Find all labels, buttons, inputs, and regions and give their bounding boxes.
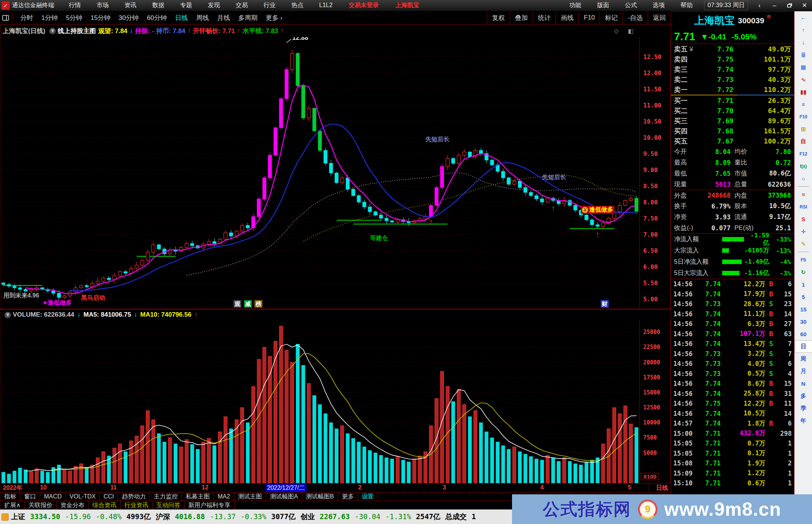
period-button[interactable]: 分时 xyxy=(16,14,37,21)
period-button[interactable]: 更多 › xyxy=(262,14,286,21)
tab-主力监控[interactable]: 主力监控 xyxy=(150,492,182,501)
period-button[interactable]: 月线 xyxy=(213,14,234,21)
tab-关联报价[interactable]: 关联报价 xyxy=(25,501,57,509)
bid-level-row[interactable]: 买三7.6989.6万 xyxy=(671,116,794,126)
strip-period-周[interactable]: 周 xyxy=(795,353,812,365)
status-segment[interactable]: 3077亿 xyxy=(271,512,295,521)
tab-扩展∧[interactable]: 扩展∧ xyxy=(0,501,25,509)
status-segment[interactable]: 1 xyxy=(471,512,476,521)
menu-item-行情[interactable]: 行情 xyxy=(61,2,89,8)
move-tool-icon[interactable]: ✛ xyxy=(795,225,812,238)
kline-chart-icon[interactable]: ▮▮ xyxy=(795,86,812,98)
toolbar-button-返回[interactable]: 返回 xyxy=(648,11,671,24)
collapse-icon[interactable]: ∨ xyxy=(5,312,11,318)
status-segment[interactable]: 2547亿 xyxy=(416,512,441,521)
menu-item-交易[interactable]: 交易 xyxy=(228,2,256,8)
close-button[interactable]: ✕ xyxy=(797,2,812,9)
tab-互动问答[interactable]: 互动问答 xyxy=(153,501,185,509)
menu-item-行业[interactable]: 行业 xyxy=(256,2,283,8)
bid-level-row[interactable]: 买四7.68161.5万 xyxy=(671,126,794,136)
strip-period-60[interactable]: 60 xyxy=(795,328,812,340)
page-up-arrow[interactable]: ↑ xyxy=(795,24,812,36)
strip-period-15[interactable]: 15 xyxy=(795,303,812,316)
menu-item-发现[interactable]: 发现 xyxy=(200,2,228,8)
tick-list-icon[interactable]: ≡ xyxy=(795,98,812,110)
menu-item-功能[interactable]: 功能 xyxy=(561,2,589,8)
strip-period-N[interactable]: N xyxy=(795,378,812,390)
status-segment[interactable]: 4016.88 xyxy=(175,512,205,521)
period-button[interactable]: 日线 xyxy=(171,14,192,21)
tab-新用户福利专享[interactable]: 新用户福利专享 xyxy=(185,501,235,509)
selected-date-label[interactable]: 2022/12/27/二 xyxy=(266,484,307,492)
signal-badge[interactable]: 榜 xyxy=(255,300,262,308)
quote-board-icon[interactable]: ≣ xyxy=(795,48,812,61)
period-button[interactable]: 1分钟 xyxy=(37,14,62,21)
tab-私募主图[interactable]: 私募主图 xyxy=(182,492,214,501)
strip-period-多[interactable]: 多 xyxy=(795,390,812,402)
menu-item-数据[interactable]: 数据 xyxy=(144,2,172,8)
report-table-icon[interactable]: ▦ xyxy=(795,61,812,73)
menu-item-版面[interactable]: 版面 xyxy=(589,2,617,8)
strip-period-30[interactable]: 30 xyxy=(795,316,812,328)
f5-icon[interactable]: F5 xyxy=(795,254,812,266)
period-button[interactable]: 多周期 xyxy=(234,14,262,21)
tab-MA2[interactable]: MA2 xyxy=(214,492,234,501)
wave-indicator-icon[interactable]: ≈ xyxy=(795,188,812,201)
circle-tool-icon[interactable]: ○ xyxy=(795,172,812,185)
trend-chart-icon[interactable]: ∿ xyxy=(795,73,812,86)
menu-item-专题[interactable]: 专题 xyxy=(172,2,200,8)
status-segment[interactable]: -0.33% xyxy=(241,512,267,521)
status-segment[interactable]: -30.04 xyxy=(354,512,380,521)
draw-pencil-icon[interactable]: ✎ xyxy=(795,238,812,250)
current-stock-shortcut[interactable]: 上海凯宝 xyxy=(387,2,428,9)
market-status-icon[interactable] xyxy=(2,513,9,521)
tab-综合资讯[interactable]: 综合资讯 xyxy=(89,501,121,509)
period-button[interactable]: 5分钟 xyxy=(62,14,86,21)
tab-趋势动力[interactable]: 趋势动力 xyxy=(118,492,150,501)
menu-item-资讯[interactable]: 资讯 xyxy=(117,2,144,8)
signal-badge[interactable]: 观 xyxy=(233,300,241,308)
menu-item-选项[interactable]: 选项 xyxy=(645,2,673,8)
back-arrow[interactable]: ← xyxy=(795,11,812,24)
status-segment[interactable]: -1.31% xyxy=(385,512,411,521)
strip-period-日[interactable]: 日 xyxy=(795,340,812,353)
tab-VOL-TDX[interactable]: VOL-TDX xyxy=(66,492,100,501)
signal-badge[interactable]: 财 xyxy=(601,300,609,308)
status-segment[interactable]: -13.37 xyxy=(210,512,236,521)
menu-item-市场[interactable]: 市场 xyxy=(89,2,117,8)
menu-item-热点[interactable]: 热点 xyxy=(283,2,311,8)
strip-period-年[interactable]: 年 xyxy=(795,415,812,427)
collapse-icon[interactable]: ∨ xyxy=(49,28,56,34)
nav-back-button[interactable]: ‹ xyxy=(752,2,767,9)
bid-level-row[interactable]: 买五7.67100.2万 xyxy=(671,136,794,146)
status-segment[interactable]: 上证 xyxy=(11,512,25,521)
price-settings-icon[interactable]: ¥ xyxy=(688,45,693,53)
bid-level-row[interactable]: 买一7.7126.3万 xyxy=(671,95,794,106)
trade-login-status[interactable]: 交易未登录 xyxy=(341,2,387,9)
sector-tree-icon[interactable]: ⊞ xyxy=(795,123,812,135)
tab-设置[interactable]: 设置 xyxy=(358,492,378,501)
formula-icon[interactable]: f(x) xyxy=(795,160,812,172)
toolbar-button-标记[interactable]: 标记 xyxy=(600,11,623,24)
signal-badge[interactable]: 减 xyxy=(244,300,252,308)
strip-period-5[interactable]: 5 xyxy=(795,291,812,303)
toolbar-button--自选[interactable]: -自选 xyxy=(623,11,648,24)
status-segment[interactable]: 3334.50 xyxy=(30,512,60,521)
period-button[interactable]: 15分钟 xyxy=(86,14,115,21)
ask-level-row[interactable]: 卖三7.7497.7万 xyxy=(671,64,794,74)
tab-CCI[interactable]: CCI xyxy=(100,492,118,501)
period-button[interactable]: 30分钟 xyxy=(115,14,143,21)
money-icon[interactable]: S xyxy=(795,213,812,225)
strip-period-月[interactable]: 月 xyxy=(795,365,812,378)
rsi-icon[interactable]: RSI xyxy=(795,201,812,213)
toolbar-button-画线[interactable]: 画线 xyxy=(556,11,579,24)
bid-level-row[interactable]: 买二7.7064.4万 xyxy=(671,106,794,116)
chart-corner-icons[interactable]: ◇ ◧ xyxy=(614,27,637,35)
maximize-button[interactable] xyxy=(782,2,797,9)
status-segment[interactable]: 4993亿 xyxy=(126,512,151,521)
menu-item-公式[interactable]: 公式 xyxy=(617,2,645,8)
period-button[interactable]: 周线 xyxy=(192,14,213,21)
toolbar-button-F10[interactable]: F10 xyxy=(579,11,600,24)
price-chart[interactable]: 5.005.506.006.507.007.508.008.509.009.50… xyxy=(0,37,671,309)
tab-测试幅图B[interactable]: 测试幅图B xyxy=(302,492,338,501)
